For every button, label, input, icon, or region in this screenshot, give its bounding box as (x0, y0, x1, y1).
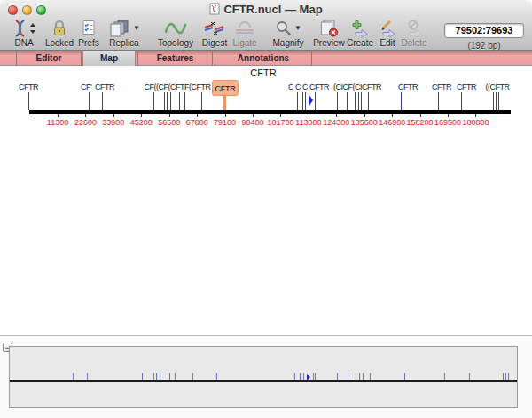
replica-label: Replica (101, 38, 147, 48)
overview-tick (294, 373, 295, 380)
feature-tick[interactable] (102, 92, 103, 110)
overview-tick (303, 373, 304, 380)
feature-tick[interactable] (340, 92, 340, 110)
ruler-tick (448, 114, 449, 117)
feature-label: CF((CF(CFTF(CFTR (145, 83, 211, 91)
magnify-button[interactable]: ▼ Magnify (266, 19, 310, 49)
overview-tick (216, 373, 217, 380)
feature-tick[interactable] (309, 94, 313, 106)
overview-tick (356, 373, 356, 380)
dna-button[interactable]: DNA (5, 19, 43, 49)
feature-tick[interactable] (302, 92, 303, 110)
ruler-label: 146900 (379, 118, 405, 127)
feature-tick[interactable] (170, 92, 171, 110)
ruler-label: 33900 (102, 118, 124, 127)
selected-feature-stem (223, 96, 226, 110)
magnify-dropdown-arrow[interactable]: ▼ (294, 24, 301, 32)
feature-tick[interactable] (89, 92, 90, 110)
prefs-checklist-icon (81, 20, 97, 36)
feature-tick[interactable] (164, 92, 165, 110)
tab-annotations[interactable]: Annotations (215, 51, 312, 66)
feature-tick[interactable] (315, 92, 316, 110)
view-tab-bar: Editor Map Features Annotations (0, 51, 532, 66)
selected-feature-highlight[interactable]: CFTR (212, 80, 239, 96)
ruler-label: 56500 (158, 118, 180, 127)
feature-label: CFTR (19, 83, 38, 91)
feature-tick[interactable] (438, 92, 439, 110)
ruler-tick (225, 114, 226, 117)
feature-tick[interactable] (368, 92, 369, 110)
ruler-label: 79100 (214, 118, 236, 127)
delete-prohibited-icon (404, 20, 424, 37)
ruler-tick (253, 114, 254, 117)
locked-label: Locked (43, 38, 76, 48)
feature-tick[interactable] (305, 92, 306, 110)
ruler-label: 124300 (323, 118, 349, 127)
feature-label: (CICF(CICFTR (333, 83, 381, 91)
ruler-tick (141, 114, 142, 117)
edit-button[interactable]: Edit (376, 19, 399, 49)
overview-sequence-line (10, 380, 517, 382)
feature-tick[interactable] (355, 92, 356, 110)
feature-label: CFTR (95, 83, 114, 91)
preview-page-icon (318, 20, 340, 37)
overview-tick (348, 373, 348, 380)
overview-panel[interactable] (9, 346, 518, 408)
ruler-tick (475, 114, 476, 117)
stepper-icon[interactable] (29, 22, 36, 35)
feature-tick[interactable] (337, 92, 338, 110)
feature-tick[interactable] (317, 92, 317, 110)
selection-range-input[interactable] (444, 23, 524, 38)
tab-editor[interactable]: Editor (16, 51, 82, 66)
preview-label: Preview (312, 38, 346, 48)
replica-button[interactable]: ▼ Replica (101, 19, 147, 49)
locked-button[interactable]: Locked (43, 19, 76, 49)
feature-tick[interactable] (297, 92, 298, 110)
topology-label: Topology (153, 38, 199, 48)
ruler-tick (113, 114, 114, 117)
digest-button[interactable]: Digest (200, 19, 229, 49)
overview-tick (404, 373, 405, 380)
feature-tick[interactable] (461, 92, 462, 110)
feature-label: CFTR (432, 83, 451, 91)
map-sequence-title: CFTR (250, 67, 276, 78)
ruler-tick (169, 114, 170, 117)
overview-tick (503, 373, 504, 380)
feature-tick[interactable] (496, 92, 497, 110)
ligate-button: Ligate (231, 19, 259, 49)
feature-tick[interactable] (167, 92, 168, 110)
create-plus-arrow-icon (350, 20, 370, 37)
ruler-tick (309, 114, 309, 117)
create-button[interactable]: Create (346, 19, 374, 49)
feature-tick[interactable] (184, 92, 185, 110)
feature-tick[interactable] (179, 92, 180, 110)
topology-button[interactable]: Topology (153, 19, 199, 49)
preview-button[interactable]: Preview (312, 19, 346, 49)
feature-tick[interactable] (493, 92, 494, 110)
feature-tick[interactable] (153, 92, 154, 110)
feature-label: ((CFTR (486, 83, 510, 91)
window-chrome: CFTR.nucl — Map DNA Locked (0, 0, 532, 51)
feature-tick[interactable] (347, 92, 348, 110)
ligate-icon (233, 20, 256, 36)
tab-features[interactable]: Features (137, 51, 213, 66)
ruler-tick (364, 114, 365, 117)
tab-map[interactable]: Map (82, 51, 136, 67)
ruler-label: 22600 (74, 118, 97, 127)
feature-label: C C C CFTR (288, 83, 329, 91)
feature-tick[interactable] (201, 92, 202, 110)
prefs-button[interactable]: Prefs (76, 19, 101, 49)
replica-dropdown-arrow[interactable]: ▼ (133, 24, 140, 32)
feature-tick[interactable] (498, 92, 499, 110)
feature-tick[interactable] (361, 92, 362, 110)
prefs-label: Prefs (76, 38, 101, 48)
app-window: CFTR.nucl — Map DNA Locked (0, 0, 532, 418)
overview-tick (175, 373, 176, 380)
ruler-label: 135600 (351, 118, 378, 127)
ruler-label: 101700 (267, 118, 293, 127)
feature-tick[interactable] (358, 92, 359, 110)
feature-tick[interactable] (401, 92, 402, 110)
feature-tick[interactable] (28, 92, 29, 110)
ruler-label: 169500 (434, 118, 461, 127)
overview-tick (300, 373, 301, 380)
